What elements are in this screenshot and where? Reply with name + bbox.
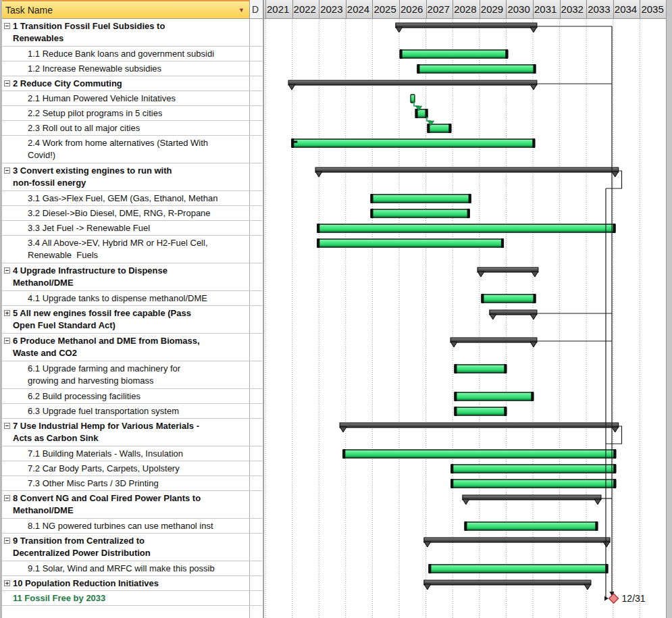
- task-name-cell[interactable]: +10 Population Reduction Initiatives: [2, 576, 250, 590]
- duration-cell[interactable]: [250, 76, 263, 91]
- task-name-cell[interactable]: 6.3 Upgrade fuel transportation system: [2, 404, 250, 418]
- task-name-cell[interactable]: −6 Produce Methanol and DME from Biomass…: [2, 334, 250, 361]
- duration-cell[interactable]: [250, 47, 263, 61]
- vertical-scrollbar[interactable]: [666, 0, 672, 618]
- task-name-cell[interactable]: −7 Use Industrial Hemp for Various Mater…: [2, 419, 250, 446]
- duration-cell[interactable]: [250, 361, 263, 388]
- duration-cell[interactable]: [250, 576, 263, 590]
- duration-cell[interactable]: [250, 491, 263, 518]
- task-name-cell[interactable]: 7.2 Car Body Parts, Carpets, Upolstery: [2, 461, 250, 475]
- summary-bar[interactable]: [463, 495, 601, 500]
- duration-cell[interactable]: [250, 191, 263, 205]
- summary-bar[interactable]: [340, 423, 619, 428]
- duration-cell[interactable]: [250, 446, 263, 461]
- duration-cell[interactable]: [250, 206, 263, 220]
- summary-bar[interactable]: [477, 267, 538, 272]
- outline-minus-icon[interactable]: −: [4, 23, 10, 29]
- task-name-cell[interactable]: 6.2 Build processing facilities: [2, 389, 250, 403]
- duration-cell[interactable]: [250, 404, 263, 418]
- duration-cell[interactable]: [250, 561, 263, 575]
- task-name-cell[interactable]: 9.1 Solar, Wind and MRFC will make this …: [2, 561, 250, 575]
- task-bar[interactable]: [451, 480, 616, 488]
- duration-cell[interactable]: [250, 136, 263, 163]
- task-name-cell[interactable]: 3.4 All Above->EV, Hybrid MR or H2-Fuel …: [2, 236, 250, 263]
- task-bar[interactable]: [317, 239, 504, 247]
- duration-cell[interactable]: [250, 61, 263, 76]
- duration-cell[interactable]: [250, 534, 263, 561]
- outline-minus-icon[interactable]: −: [4, 538, 10, 544]
- outline-minus-icon[interactable]: −: [4, 267, 10, 274]
- task-name-cell[interactable]: 2.1 Human Powered Vehicle Initatives: [2, 91, 250, 105]
- task-bar[interactable]: [415, 109, 428, 118]
- task-name-cell[interactable]: −8 Convert NG and Coal Fired Power Plant…: [2, 491, 250, 518]
- task-name-cell[interactable]: 2.3 Roll out to all major cities: [2, 121, 250, 135]
- task-name-cell[interactable]: 3.3 Jet Fuel -> Renewable Fuel: [2, 221, 250, 235]
- task-name-cell[interactable]: −2 Reduce City Commuting: [2, 76, 250, 91]
- task-bar[interactable]: [482, 294, 536, 303]
- summary-bar[interactable]: [490, 310, 537, 315]
- summary-bar[interactable]: [396, 23, 537, 28]
- task-bar[interactable]: [343, 450, 616, 458]
- task-bar[interactable]: [400, 50, 508, 58]
- task-name-cell[interactable]: 6.1 Upgrade farming and machinery for gr…: [2, 361, 250, 388]
- duration-column-header[interactable]: D: [250, 0, 263, 19]
- duration-cell[interactable]: [250, 389, 263, 403]
- duration-cell[interactable]: [250, 419, 263, 446]
- filter-dropdown-icon[interactable]: ▼: [238, 7, 244, 14]
- duration-cell[interactable]: [250, 334, 263, 361]
- task-name-cell[interactable]: 1.1 Reduce Bank loans and government sub…: [2, 47, 250, 61]
- task-name-cell[interactable]: 7.1 Building Materials - Walls, Insulati…: [2, 446, 250, 461]
- outline-minus-icon[interactable]: −: [4, 495, 10, 501]
- duration-cell[interactable]: [250, 221, 263, 235]
- duration-cell[interactable]: [250, 461, 263, 475]
- duration-cell[interactable]: [250, 519, 263, 533]
- duration-cell[interactable]: [250, 591, 263, 605]
- outline-plus-icon[interactable]: +: [4, 580, 10, 586]
- duration-cell[interactable]: [250, 476, 263, 490]
- task-name-cell[interactable]: −1 Transition Fossil Fuel Subsidies to R…: [2, 19, 250, 46]
- task-name-cell[interactable]: −3 Convert existing engines to run with …: [2, 163, 250, 190]
- task-name-cell[interactable]: −4 Upgrade Infrastructure to Dispense Me…: [2, 263, 250, 290]
- duration-cell[interactable]: [250, 19, 263, 46]
- milestone-diamond[interactable]: [609, 594, 619, 603]
- task-bar[interactable]: [455, 392, 534, 401]
- task-name-cell[interactable]: +5 All new engines fossil free capable (…: [2, 306, 250, 333]
- task-bar[interactable]: [417, 65, 536, 73]
- duration-cell[interactable]: [250, 121, 263, 135]
- task-name-cell[interactable]: 3.2 Diesel->Bio Diesel, DME, RNG, R-Prop…: [2, 206, 250, 220]
- summary-bar[interactable]: [315, 168, 619, 172]
- task-bar[interactable]: [411, 95, 415, 103]
- task-name-cell[interactable]: −9 Transition from Centralized to Decent…: [2, 534, 250, 561]
- task-bar[interactable]: [292, 139, 535, 147]
- duration-cell[interactable]: [250, 291, 263, 305]
- task-name-column-header[interactable]: Task Name ▼: [2, 0, 250, 19]
- task-bar[interactable]: [451, 465, 616, 473]
- outline-plus-icon[interactable]: +: [4, 310, 10, 316]
- duration-cell[interactable]: [250, 263, 263, 290]
- summary-bar[interactable]: [424, 538, 610, 542]
- task-name-cell[interactable]: 2.2 Setup pilot programs in 5 cities: [2, 106, 250, 120]
- outline-minus-icon[interactable]: −: [4, 338, 10, 344]
- task-name-cell[interactable]: 7.3 Other Misc Parts / 3D Printing: [2, 476, 250, 490]
- task-name-cell[interactable]: 8.1 NG powered turbines can use methanol…: [2, 519, 250, 533]
- outline-minus-icon[interactable]: −: [4, 168, 10, 174]
- task-name-cell[interactable]: 1.2 Increase Renewable subsidies: [2, 61, 250, 76]
- duration-cell[interactable]: [250, 106, 263, 120]
- task-bar[interactable]: [317, 224, 615, 232]
- task-bar[interactable]: [371, 195, 471, 203]
- task-name-cell[interactable]: 4.1 Upgrade tanks to dispense methanol/D…: [2, 291, 250, 305]
- task-bar[interactable]: [371, 209, 469, 217]
- task-bar[interactable]: [465, 522, 598, 530]
- summary-bar[interactable]: [450, 338, 537, 342]
- task-bar[interactable]: [429, 565, 608, 573]
- task-name-cell[interactable]: 11 Fossil Free by 2033: [2, 591, 250, 605]
- summary-bar[interactable]: [288, 80, 537, 85]
- duration-cell[interactable]: [250, 91, 263, 105]
- task-bar[interactable]: [428, 124, 451, 132]
- duration-cell[interactable]: [250, 163, 263, 190]
- outline-minus-icon[interactable]: −: [4, 80, 10, 86]
- task-name-cell[interactable]: 2.4 Work from home alternatives (Started…: [2, 136, 250, 163]
- summary-bar[interactable]: [424, 580, 591, 585]
- duration-cell[interactable]: [250, 236, 263, 263]
- task-name-cell[interactable]: 3.1 Gas->Flex Fuel, GEM (Gas, Ethanol, M…: [2, 191, 250, 205]
